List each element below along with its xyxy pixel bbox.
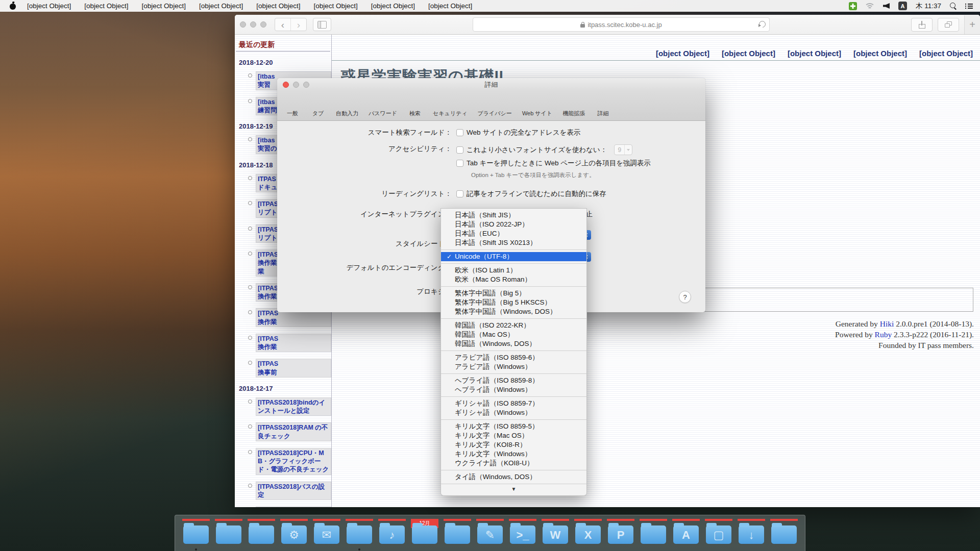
menu-item[interactable]: 日本語（Shift JIS X0213） bbox=[441, 238, 586, 247]
back-button[interactable]: ‹ bbox=[275, 18, 290, 31]
sidebar-link[interactable]: [ITPAS 換事前 bbox=[256, 359, 331, 378]
menu-item[interactable]: [object Object] bbox=[371, 2, 415, 10]
preferences-toolbar-item[interactable]: セキュリティ bbox=[430, 93, 470, 119]
menu-item[interactable]: [object Object] bbox=[313, 2, 357, 10]
menu-item[interactable]: [object Object] bbox=[199, 2, 243, 10]
dock-item[interactable]: ⚙ bbox=[280, 519, 308, 546]
share-button[interactable] bbox=[911, 18, 933, 32]
menu-item[interactable]: 繁体字中国語（Windows, DOS） bbox=[441, 307, 586, 316]
spotlight-icon[interactable] bbox=[950, 3, 957, 9]
preferences-toolbar-item[interactable]: パスワード bbox=[366, 93, 400, 119]
menu-item[interactable]: 日本語（EUC） bbox=[441, 229, 586, 238]
menu-item[interactable]: 欧米（ISO Latin 1） bbox=[441, 266, 586, 275]
green-status-icon[interactable] bbox=[849, 2, 857, 10]
dock-item[interactable]: P bbox=[607, 519, 634, 546]
menu-item[interactable]: キリル文字（KOI8-R） bbox=[441, 440, 586, 449]
input-source-icon[interactable]: A bbox=[898, 2, 907, 10]
preferences-toolbar-item[interactable]: 詳細 bbox=[593, 93, 613, 119]
menu-item[interactable]: 韓国語（Mac OS） bbox=[441, 330, 586, 339]
reload-button[interactable] bbox=[759, 21, 766, 28]
site-nav-link[interactable]: [object Object] bbox=[919, 49, 973, 58]
preferences-toolbar-item[interactable]: 検索 bbox=[405, 93, 425, 119]
minimize-button[interactable] bbox=[293, 82, 299, 88]
volume-icon[interactable] bbox=[883, 3, 890, 9]
zoom-button[interactable] bbox=[260, 21, 266, 28]
apple-menu-icon[interactable] bbox=[9, 2, 17, 10]
sidebar-link[interactable]: [ITPASS2018]RAM の不良チェック bbox=[256, 422, 331, 441]
font-size-select[interactable]: 9 bbox=[614, 144, 632, 155]
sidebar-link[interactable]: [ITPASS2018]バスの設定 bbox=[256, 482, 331, 500]
menu-item[interactable]: 日本語（ISO 2022-JP） bbox=[441, 220, 586, 229]
dock-item[interactable]: W bbox=[542, 519, 569, 546]
help-button[interactable]: ? bbox=[679, 291, 691, 303]
site-nav-link[interactable]: [object Object] bbox=[656, 49, 709, 58]
hiki-link[interactable]: Hiki bbox=[880, 319, 894, 328]
notification-center-icon[interactable] bbox=[965, 3, 973, 9]
menu-scroll-down[interactable]: ▼ bbox=[441, 484, 586, 493]
wifi-off-icon[interactable] bbox=[866, 3, 874, 9]
menu-item[interactable]: 欧米（Mac OS Roman） bbox=[441, 275, 586, 284]
ruby-link[interactable]: Ruby bbox=[875, 330, 892, 339]
menu-item[interactable]: [object Object] bbox=[27, 2, 71, 10]
menu-item[interactable]: ✓ Unicode（UTF-8） bbox=[441, 252, 586, 261]
checkbox[interactable]: 記事をオフラインで読むために自動的に保存 bbox=[452, 189, 606, 198]
preferences-toolbar-item[interactable]: 自動入力 bbox=[333, 93, 361, 119]
preferences-toolbar-item[interactable]: 機能拡張 bbox=[560, 93, 587, 119]
menu-item[interactable]: 繁体字中国語（Big 5 HKSCS） bbox=[441, 298, 586, 307]
menu-item[interactable]: 韓国語（Windows, DOS） bbox=[441, 339, 586, 348]
menu-item[interactable]: キリル文字（Mac OS） bbox=[441, 431, 586, 440]
dock-item[interactable]: A bbox=[672, 519, 700, 546]
menu-item[interactable]: アラビア語（ISO 8859-6） bbox=[441, 353, 586, 362]
close-button[interactable] bbox=[283, 82, 289, 88]
preferences-toolbar-item[interactable]: 一般 bbox=[282, 93, 303, 119]
dock-item[interactable]: >_ bbox=[509, 519, 536, 546]
zoom-button[interactable] bbox=[303, 82, 309, 88]
checkbox[interactable]: Web サイトの完全なアドレスを表示 bbox=[452, 128, 580, 137]
site-nav-link[interactable]: [object Object] bbox=[722, 49, 775, 58]
close-button[interactable] bbox=[240, 21, 246, 28]
menu-item[interactable]: ヘブライ語（ISO 8859-8） bbox=[441, 376, 586, 385]
dock-item[interactable]: ✉ bbox=[313, 519, 340, 546]
dock-item[interactable] bbox=[444, 519, 471, 546]
new-tab-button[interactable]: + bbox=[964, 15, 980, 34]
preferences-toolbar-item[interactable]: タブ bbox=[308, 93, 328, 119]
menu-item[interactable]: タイ語（Windows, DOS） bbox=[441, 472, 586, 482]
sidebar-link[interactable]: [ITPASS2018]CPU・MB・グラフィックボード・電源の不良チェック bbox=[256, 448, 331, 475]
menu-item[interactable]: キリル文字（ISO 8859-5） bbox=[441, 422, 586, 431]
menu-item[interactable]: ギリシャ語（Windows） bbox=[441, 408, 586, 417]
site-nav-link[interactable]: [object Object] bbox=[788, 49, 841, 58]
dock-item[interactable]: ↓ bbox=[738, 519, 765, 546]
sidebar-link[interactable]: [ITPAS 換作業 bbox=[256, 334, 331, 353]
dock-item[interactable] bbox=[182, 519, 210, 546]
menu-item[interactable]: ギリシャ語（ISO 8859-7） bbox=[441, 399, 586, 408]
dock-item[interactable] bbox=[346, 519, 373, 546]
menu-item[interactable]: [object Object] bbox=[428, 2, 472, 10]
dock-item[interactable]: ▢ bbox=[705, 519, 732, 546]
checkbox[interactable]: Tab キーを押したときに Web ページ上の各項目を強調表示 bbox=[456, 159, 651, 168]
menu-item[interactable]: ウクライナ語（KOI8-U） bbox=[441, 459, 586, 468]
menu-item[interactable]: [object Object] bbox=[256, 2, 300, 10]
menu-item[interactable]: [object Object] bbox=[142, 2, 186, 10]
dock-item[interactable]: X bbox=[574, 519, 602, 546]
dock-item[interactable]: ♪ bbox=[378, 519, 406, 546]
sidebar-link[interactable]: [ITPASS2018]bindのインストールと設定 bbox=[256, 397, 331, 416]
dock-item[interactable]: 12月 20 bbox=[411, 519, 438, 546]
menu-bar-clock[interactable]: 木 11:37 bbox=[916, 2, 941, 11]
menu-item[interactable]: 繁体字中国語（Big 5） bbox=[441, 289, 586, 298]
site-nav-link[interactable]: [object Object] bbox=[853, 49, 907, 58]
menu-item[interactable]: 韓国語（ISO 2022-KR） bbox=[441, 321, 586, 330]
dock-item[interactable] bbox=[770, 519, 798, 546]
checkbox-box[interactable] bbox=[456, 190, 463, 197]
sidebar-toggle-button[interactable] bbox=[313, 18, 331, 31]
url-field[interactable]: itpass.scitec.kobe-u.ac.jp bbox=[473, 17, 770, 32]
menu-item[interactable]: [object Object] bbox=[84, 2, 128, 10]
preferences-toolbar-item[interactable]: Web サイト bbox=[520, 93, 555, 119]
checkbox-box[interactable] bbox=[456, 160, 463, 167]
menu-item[interactable]: ヘブライ語（Windows） bbox=[441, 385, 586, 394]
dock-item[interactable] bbox=[215, 519, 242, 546]
dock-item[interactable]: ✎ bbox=[476, 519, 504, 546]
dock-item[interactable] bbox=[640, 519, 667, 546]
menu-item[interactable]: 日本語（Shift JIS） bbox=[441, 211, 586, 220]
forward-button[interactable]: › bbox=[290, 18, 306, 31]
menu-item[interactable]: アラビア語（Windows） bbox=[441, 362, 586, 371]
